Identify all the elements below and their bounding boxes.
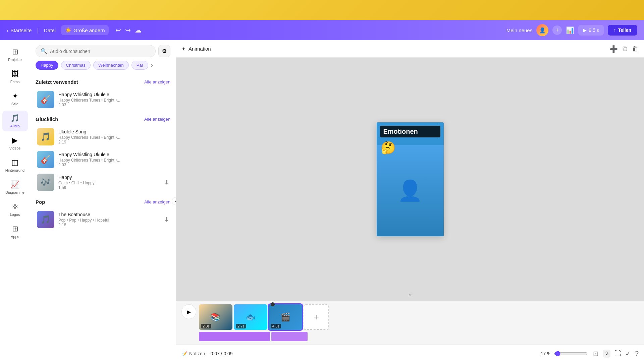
sidebar-label-audio: Audio <box>10 124 19 128</box>
audio-thumb-glucklich-2: 🎶 <box>37 174 54 191</box>
canvas-title-box[interactable]: Emotionen <box>380 126 440 137</box>
cloud-save-button[interactable]: ☁ <box>135 26 142 34</box>
pop-section-header: Pop Alle anzeigen <box>36 199 170 205</box>
glucklich-section-title: Glücklich <box>36 116 58 122</box>
bottom-actions: ⊡ 3 ⛶ ✓ ? <box>593 350 639 358</box>
download-icon-pop-0[interactable]: ⬇ <box>164 216 169 223</box>
sidebar-item-projekte[interactable]: ⊞ Projekte <box>2 44 28 65</box>
diagramme-icon: 📈 <box>10 180 19 189</box>
home-button[interactable]: ‹ Startseite <box>7 27 32 33</box>
search-icon: 🔍 <box>41 48 47 54</box>
animation-icon: ✦ <box>181 46 186 52</box>
tag-christmas[interactable]: Christmas <box>61 61 91 70</box>
sidebar-item-diagramme[interactable]: 📈 Diagramme <box>2 177 28 198</box>
audio-icon: 🎵 <box>10 114 19 123</box>
audio-item-glucklich-1[interactable]: 🎸 Happy Whistling Ukulele Happy Children… <box>36 148 170 171</box>
clip-duration-1: 2.7s <box>236 324 246 328</box>
audio-meta-glucklich-1: Happy Childrens Tunes • Bright •... <box>58 158 169 163</box>
sidebar: ⊞ Projekte 🖼 Fotos ✦ Stile 🎵 Audio ▶ Vid… <box>0 40 30 362</box>
hintergrund-icon: ◫ <box>11 158 18 167</box>
audio-item-recent-0[interactable]: 🎸 Happy Whistling Ukulele Happy Children… <box>36 88 170 111</box>
sidebar-label-stile: Stile <box>11 102 18 106</box>
audio-panel: 🔍 ⚙ Happy Christmas Weihnachten Par › Zu… <box>30 40 176 362</box>
sidebar-item-fotos[interactable]: 🖼 Fotos <box>2 66 28 87</box>
audio-thumb-glucklich-1: 🎸 <box>37 151 54 168</box>
sidebar-item-logos[interactable]: ⚛ Logos <box>2 199 28 220</box>
audio-search-area: 🔍 ⚙ <box>30 40 176 61</box>
animation-actions: ➕ ⧉ 🗑 <box>609 45 639 53</box>
search-input[interactable] <box>50 49 151 54</box>
chevron-down-icon[interactable]: ⌄ <box>408 290 413 297</box>
tag-happy[interactable]: Happy <box>36 61 58 70</box>
fullscreen-button[interactable]: ⛶ <box>614 350 621 358</box>
videos-icon: ▶ <box>12 136 18 145</box>
filter-button[interactable]: ⚙ <box>158 45 170 57</box>
audio-title-glucklich-1: Happy Whistling Ukulele <box>58 152 169 157</box>
play-preview-button[interactable]: ▶ 9.5 s <box>578 25 603 36</box>
projekte-icon: ⊞ <box>12 48 18 56</box>
audio-duration-pop-0: 2:18 <box>58 223 160 227</box>
add-frame-button[interactable]: ➕ <box>609 45 618 53</box>
audio-duration-glucklich-0: 2:19 <box>58 140 169 144</box>
timeline-clip-2[interactable]: 🎬 4.3s <box>269 304 302 330</box>
datei-button[interactable]: Datei <box>44 27 56 33</box>
sidebar-item-videos[interactable]: ▶ Videos <box>2 133 28 154</box>
sidebar-item-audio[interactable]: 🎵 Audio <box>2 111 28 131</box>
view-toggle-button[interactable]: ⊡ <box>593 350 599 358</box>
tag-row: Happy Christmas Weihnachten Par › <box>30 61 176 74</box>
add-collaborator-button[interactable]: + <box>552 25 562 35</box>
play-duration: 9.5 s <box>589 27 599 33</box>
sidebar-item-apps[interactable]: ⊞ Apps <box>2 221 28 242</box>
audio-duration-glucklich-2: 1:59 <box>58 185 160 190</box>
size-button[interactable]: ☀️ Größe ändern <box>61 25 109 35</box>
download-icon-glucklich-2[interactable]: ⬇ <box>164 179 169 186</box>
timeline-clip-1[interactable]: 🐟 2.7s <box>234 304 267 330</box>
zoom-slider[interactable] <box>554 351 588 356</box>
tag-par[interactable]: Par <box>131 61 148 70</box>
timeline-play-button[interactable]: ▶ <box>181 304 196 319</box>
zoom-control: 17 % <box>541 351 588 356</box>
add-clip-button[interactable]: + <box>304 304 329 330</box>
sidebar-item-stile[interactable]: ✦ Stile <box>2 88 28 109</box>
timeline-clips: 📚 2.3s 🐟 2.7s 🎬 4.3s + <box>199 304 329 330</box>
help-button[interactable]: ? <box>635 350 639 358</box>
delete-button[interactable]: 🗑 <box>632 45 639 53</box>
redo-button[interactable]: ↪ <box>125 26 131 34</box>
share-label: Teilen <box>618 27 631 33</box>
search-box: 🔍 <box>36 45 156 57</box>
audio-thumb-glucklich-0: 🎵 <box>37 128 54 145</box>
check-button[interactable]: ✓ <box>625 350 631 358</box>
animation-text: Animation <box>189 46 211 52</box>
pop-section-title: Pop <box>36 199 45 205</box>
canvas-viewport: 👤 Emotionen 🤔 ↻ ⌄ <box>176 58 644 301</box>
audio-thumb-recent-0: 🎸 <box>37 91 54 108</box>
clip-duration-2: 4.3s <box>271 324 281 328</box>
header-actions: ↩ ↪ ☁ <box>115 26 142 34</box>
audio-info-glucklich-2: Happy Calm • Chill • Happy 1:59 <box>58 175 160 190</box>
copy-button[interactable]: ⧉ <box>623 45 627 53</box>
notes-button[interactable]: 📝 Notizen <box>181 351 205 356</box>
glucklich-show-all[interactable]: Alle anzeigen <box>144 117 170 122</box>
timeline-clip-0[interactable]: 📚 2.3s <box>199 304 232 330</box>
audio-item-glucklich-0[interactable]: 🎵 Ukulele Song Happy Childrens Tunes • B… <box>36 125 170 148</box>
header: ‹ Startseite | Datei ☀️ Größe ändern ↩ ↪… <box>0 20 644 40</box>
chevron-left-icon: ‹ <box>7 27 8 33</box>
tag-weihnachten[interactable]: Weihnachten <box>93 61 129 70</box>
audio-item-pop-0[interactable]: 🎵 The Boathouse Pop • Pop • Happy • Hope… <box>36 208 170 231</box>
recent-show-all[interactable]: Alle anzeigen <box>144 79 170 84</box>
clip-duration-0: 2.3s <box>201 324 211 328</box>
audio-item-glucklich-2[interactable]: 🎶 Happy Calm • Chill • Happy 1:59 ⬇ <box>36 171 170 194</box>
pop-show-all[interactable]: Alle anzeigen <box>144 199 170 204</box>
share-button[interactable]: ↑ Teilen <box>608 25 637 36</box>
tag-more-icon[interactable]: › <box>151 62 153 69</box>
audio-meta-pop-0: Pop • Pop • Happy • Hopeful <box>58 218 160 223</box>
audio-duration-recent-0: 2:03 <box>58 103 169 107</box>
sidebar-item-hintergrund[interactable]: ◫ Hintergrund <box>2 155 28 176</box>
home-label: Startseite <box>10 27 32 33</box>
timeline-area: ▶ 📚 2.3s 🐟 2.7s 🎬 4.3s + <box>176 301 644 345</box>
zoom-percent: 17 % <box>541 351 551 356</box>
stats-button[interactable]: 📊 <box>566 26 574 34</box>
sidebar-label-fotos: Fotos <box>10 80 20 84</box>
undo-button[interactable]: ↩ <box>115 26 121 34</box>
person-placeholder: 👤 <box>377 145 444 236</box>
